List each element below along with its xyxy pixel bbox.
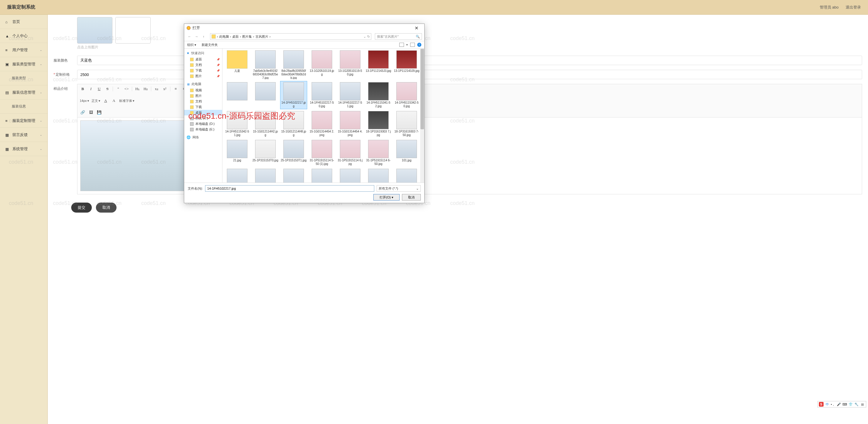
file-item[interactable]: 13-1G20510119-50.jpg	[337, 49, 364, 80]
nav-custom-mgmt[interactable]: ≡服装定制管理⌄	[0, 114, 48, 128]
file-item[interactable]: 18-1P31619303 7-50.jpg	[393, 110, 420, 138]
file-item[interactable]	[337, 168, 364, 182]
nav-system[interactable]: ▦系统管理⌄	[0, 142, 48, 156]
file-item[interactable]: 25-1P315153T1.jpg	[280, 139, 307, 167]
link-button[interactable]: 🔗	[80, 110, 86, 115]
view-icons-button[interactable]	[399, 43, 404, 47]
tree-videos[interactable]: 视频	[184, 87, 222, 93]
file-item[interactable]: 25-1P315153T0.jpg	[252, 139, 279, 167]
file-item[interactable]: 14-1FH5102217.jpg	[280, 81, 307, 109]
font-style-select[interactable]: 标准字体 ▾	[119, 98, 134, 103]
ime-keyboard-icon[interactable]: ⌨	[842, 402, 847, 406]
file-item[interactable]: 13-1G20510119.jpg	[308, 49, 335, 80]
file-item[interactable]	[224, 81, 251, 109]
indent-left-button[interactable]: ≡	[173, 86, 179, 92]
bgcolor-button[interactable]: A	[111, 98, 117, 104]
user-label[interactable]: 管理员 abo	[820, 5, 839, 10]
tree-network[interactable]: 🌐网络	[184, 134, 222, 141]
help-button[interactable]: ?	[417, 43, 421, 47]
file-item[interactable]	[252, 81, 279, 109]
font-family-select[interactable]: 正文 ▾	[92, 98, 100, 103]
close-button[interactable]: ✕	[411, 25, 422, 31]
file-item[interactable]	[365, 168, 392, 182]
dialog-cancel-button[interactable]: 取消	[402, 194, 421, 200]
sup-button[interactable]: x²	[162, 86, 168, 92]
nav-back-button[interactable]: ←	[187, 34, 192, 39]
strike-button[interactable]: S	[104, 86, 110, 92]
tree-downloads[interactable]: 下载📌	[184, 68, 222, 73]
underline-button[interactable]: U	[96, 86, 102, 92]
file-item[interactable]: 21.jpg	[224, 139, 251, 167]
file-item[interactable]: 13-1P112143J9.jpg	[393, 49, 420, 80]
file-item[interactable]	[308, 168, 335, 182]
submit-button[interactable]: 提交	[71, 203, 92, 213]
file-item[interactable]	[252, 168, 279, 182]
file-item[interactable]	[224, 168, 251, 182]
file-item[interactable]: 14-1FH5102217-50.jpg	[308, 81, 335, 109]
file-item[interactable]: 31-1P51915114 6.jpg	[337, 139, 364, 167]
file-item[interactable]: 18-1P31619303 7.jpg	[365, 110, 392, 138]
tree-pictures2[interactable]: 图片	[184, 93, 222, 98]
tree-drive-c[interactable]: 系统 (C:)	[184, 115, 222, 121]
thumbnail-preview[interactable]	[77, 17, 113, 44]
italic-button[interactable]: I	[88, 86, 94, 92]
nav-info-mgmt[interactable]: ▤服装信息管理⌄	[0, 85, 48, 100]
ime-mic-icon[interactable]: 🎤	[837, 402, 841, 406]
breadcrumb-bar[interactable]: › 此电脑› 桌面› 图片集› 古风图片› ⌄ ↻	[210, 33, 371, 40]
h1-button[interactable]: H₁	[134, 86, 141, 92]
file-item[interactable]: 15-1G012114H2.jpg	[252, 110, 279, 138]
ime-s-icon[interactable]: S	[819, 402, 824, 406]
h2-button[interactable]: H₂	[143, 86, 149, 92]
nav-home[interactable]: ⌂首页	[0, 15, 48, 29]
search-input[interactable]: 搜索"古风图片"🔍	[375, 33, 422, 40]
file-item[interactable]: 14-1FH5115341-52.jpg	[365, 81, 392, 109]
filetype-select[interactable]: 所有文件 (*.*)⌄	[377, 185, 421, 192]
ime-cn-icon[interactable]: 中	[825, 402, 830, 406]
tree-pictures[interactable]: 图片📌	[184, 73, 222, 79]
logout-link[interactable]: 退出登录	[846, 5, 861, 10]
file-item[interactable]: 15-1G01314454 4.png	[337, 110, 364, 138]
nav-user-mgmt[interactable]: ≡用户管理⌄	[0, 43, 48, 57]
code-button[interactable]: <>	[124, 86, 129, 92]
open-button[interactable]: 打开(O) ▾	[373, 194, 400, 200]
new-folder-button[interactable]: 新建文件夹	[202, 43, 218, 47]
cancel-button[interactable]: 取消	[96, 203, 117, 213]
file-item[interactable]: 14-1FH5102217-51.jpg	[337, 81, 364, 109]
tree-quick-access[interactable]: ★快速访问	[184, 50, 222, 57]
file-item[interactable]	[393, 168, 420, 182]
tree-docs2[interactable]: 文档	[184, 98, 222, 104]
organize-menu[interactable]: 组织 ▾	[187, 43, 196, 47]
tree-desktop[interactable]: 桌面📌	[184, 57, 222, 62]
file-item[interactable]: 13-1P112143J3.jpg	[365, 49, 392, 80]
scrollbar[interactable]	[420, 49, 424, 182]
tree-drive-e[interactable]: 本地磁盘 (E:)	[184, 126, 222, 132]
tree-this-pc[interactable]: 🖥此电脑	[184, 81, 222, 87]
bold-button[interactable]: B	[80, 86, 86, 92]
color-a-button[interactable]: A	[103, 98, 108, 104]
file-item[interactable]: 14-1FH5115342-51.jpg	[224, 110, 251, 138]
file-item[interactable]: 31-1P51915114 5-50 (1).jpg	[308, 139, 335, 167]
file-item[interactable]: 101.jpg	[393, 139, 420, 167]
ime-grid-icon[interactable]: ▦	[860, 402, 865, 406]
file-item[interactable]	[280, 168, 307, 182]
nav-feedback[interactable]: ▦留言反馈⌄	[0, 128, 48, 142]
ime-toolbar[interactable]: S 中 •， 🎤 ⌨ 👕 🔧 ▦	[817, 401, 866, 407]
thumbnail-add[interactable]	[115, 17, 151, 44]
tree-docs[interactable]: 文档📌	[184, 62, 222, 68]
nav-up-button[interactable]: ↑	[201, 34, 207, 39]
file-item[interactable]: 15-1G01314454 2.png	[308, 110, 335, 138]
nav-info-sub[interactable]: 服装信息	[0, 100, 48, 114]
file-item[interactable]: 31-1P51915114 6-50.jpg	[365, 139, 392, 167]
tree-drive-d[interactable]: 本地磁盘 (D:)	[184, 121, 222, 126]
file-item[interactable]: 7ab5eb3c9e4919268334363c88df25e7.jpg	[252, 49, 279, 80]
view-details-button[interactable]	[410, 43, 415, 47]
sub-button[interactable]: x₂	[154, 86, 159, 92]
tree-desktop2[interactable]: 桌面	[184, 110, 222, 115]
filename-input[interactable]	[205, 185, 374, 192]
quote-button[interactable]: "	[115, 86, 121, 92]
nav-fwd-button[interactable]: →	[194, 34, 199, 39]
ime-skin-icon[interactable]: 👕	[848, 402, 853, 406]
font-size-select[interactable]: 14px ▾	[80, 99, 89, 103]
file-item[interactable]: 15-1G012114H8.jpg	[280, 110, 307, 138]
save-button[interactable]: 💾	[96, 110, 102, 115]
